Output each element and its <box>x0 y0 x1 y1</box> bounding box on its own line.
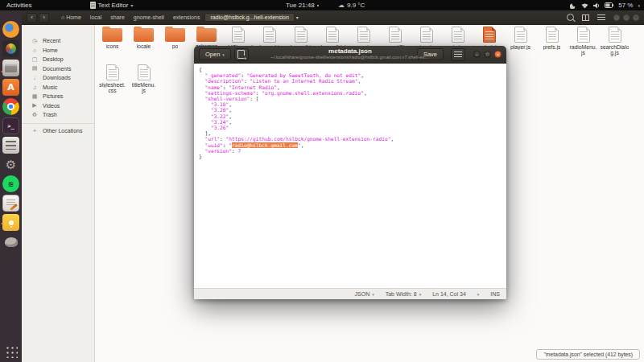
breadcrumb-item[interactable]: radio@hslbck.g...hell-extension <box>204 13 294 22</box>
editor-text[interactable]: { "_generated": "Generated by SweetTooth… <box>194 64 506 288</box>
minimize-button[interactable]: − <box>613 14 620 21</box>
text-editor-icon[interactable] <box>2 195 19 212</box>
file-icon <box>326 27 339 43</box>
sidebar-item-trash[interactable]: ♻Trash <box>22 110 94 120</box>
editor-menu-button[interactable] <box>451 48 465 61</box>
terminal-icon[interactable]: >_ <box>2 117 19 134</box>
search-icon[interactable] <box>567 14 574 21</box>
breadcrumb-item[interactable]: gnome-shell <box>130 13 168 22</box>
hamburger-menu-icon[interactable] <box>597 14 605 20</box>
chevron-down-icon: ▾ <box>419 292 422 297</box>
folder-item[interactable]: po <box>159 26 191 56</box>
sidebar-item-desktop[interactable]: ▢Desktop <box>22 55 94 64</box>
home-icon: ⌂ <box>31 47 38 53</box>
file-label: titleMenu. <box>132 82 155 88</box>
folder-item[interactable]: locale <box>128 26 159 56</box>
app-menu[interactable]: Text Editor ▾ <box>90 2 134 9</box>
system-status-area[interactable]: 57 % ▾ <box>570 0 640 10</box>
files-icon[interactable] <box>2 60 19 76</box>
window-title: metadata.json <box>270 47 430 55</box>
file-icon <box>609 27 621 43</box>
file-label: player.js <box>510 44 530 50</box>
recent-icon: ◷ <box>31 38 38 44</box>
chrome-icon[interactable] <box>2 98 19 115</box>
sidebar-item-music[interactable]: ♫Music <box>22 83 94 93</box>
sidebar-item-pictures[interactable]: ▦Pictures <box>22 92 94 101</box>
gimp-icon[interactable] <box>2 233 19 250</box>
breadcrumb-item[interactable]: local <box>86 13 105 22</box>
ubuntu-software-icon[interactable]: A <box>2 79 19 96</box>
code-line: "3.20", <box>199 107 502 113</box>
sidebar-item-label: Videos <box>43 103 60 109</box>
breadcrumb-item[interactable]: extensions <box>169 13 204 22</box>
file-label: radioMenu. <box>569 44 597 50</box>
file-icon <box>546 27 559 43</box>
tab-width-selector[interactable]: Tab Width: 8 ▾ <box>386 291 421 297</box>
code-line: "name": "Internet Radio", <box>199 84 502 90</box>
save-button[interactable]: Save <box>417 48 444 60</box>
show-applications-button[interactable] <box>4 344 18 358</box>
file-label: g.js <box>610 50 619 56</box>
file-item[interactable]: player.js <box>505 26 536 56</box>
spotify-icon[interactable]: ≋ <box>2 175 19 192</box>
media-player-icon[interactable] <box>2 40 19 57</box>
file-icon <box>483 27 496 43</box>
editor-header[interactable]: Open ▾ metadata.json ~/.local/share/gnom… <box>194 46 506 64</box>
sidebar-item-other-locations[interactable]: + Other Locations <box>22 126 94 136</box>
chevron-down-icon: ▾ <box>372 292 374 297</box>
sidebar-item-label: Recent <box>43 38 60 43</box>
sidebar-item-recent[interactable]: ◷Recent <box>22 36 94 46</box>
sidebar-item-videos[interactable]: ▶Videos <box>22 101 94 111</box>
sidebar-item-home[interactable]: ⌂Home <box>22 46 94 56</box>
language-selector[interactable]: JSON ▾ <box>355 291 374 297</box>
cloud-icon: ☁ <box>338 2 345 9</box>
close-button[interactable]: × <box>633 14 639 21</box>
file-grid-row-2: stylesheet.csstitleMenu.js <box>97 64 159 94</box>
close-button[interactable]: × <box>494 51 502 58</box>
sidebar-list: ◷Recent⌂Home▢Desktop▤Documents↓Downloads… <box>22 36 94 120</box>
forward-button[interactable]: › <box>39 13 49 23</box>
clock[interactable]: Tue 21:48 <box>286 0 319 10</box>
hamburger-menu-icon <box>454 51 462 57</box>
settings-gear-icon[interactable]: ⚙ <box>2 156 19 173</box>
file-item[interactable]: prefs.js <box>536 26 568 56</box>
sidebar-item-label: Downloads <box>43 75 71 80</box>
breadcrumb: ⌂ Homelocalsharegnome-shellextensionsrad… <box>57 13 295 22</box>
notes-icon[interactable] <box>2 214 19 231</box>
maximize-button[interactable]: □ <box>623 14 630 21</box>
file-item[interactable]: stylesheet.css <box>97 64 128 94</box>
breadcrumb-item[interactable]: share <box>106 13 129 22</box>
file-item[interactable]: searchDialog.js <box>599 26 630 56</box>
sidebar-item-downloads[interactable]: ↓Downloads <box>22 73 94 83</box>
tweaks-icon[interactable] <box>2 137 19 154</box>
activities-button[interactable]: Activities <box>6 2 32 9</box>
open-button-label: Open <box>205 51 220 58</box>
weather-indicator[interactable]: ☁ 9.9 °C <box>338 0 365 10</box>
back-button[interactable]: ‹ <box>27 13 37 23</box>
music-icon: ♫ <box>31 84 38 90</box>
cursor-position[interactable]: Ln 14, Col 34 <box>432 291 466 297</box>
top-bar: Activities Text Editor ▾ Tue 21:48 ☁ 9.9… <box>0 0 644 10</box>
firefox-icon[interactable] <box>2 21 19 38</box>
files-header: ‹ › ⌂ Homelocalsharegnome-shellextension… <box>22 10 644 25</box>
minimize-button[interactable]: − <box>473 51 481 58</box>
code-line: "settings-schema": "org.gnome.shell.exte… <box>199 90 502 96</box>
view-toggle-icon[interactable] <box>582 14 589 21</box>
wifi-icon <box>581 2 588 9</box>
path-menu-icon[interactable]: ▾ <box>296 14 299 20</box>
new-document-icon <box>237 50 245 59</box>
breadcrumb-item[interactable]: ⌂ Home <box>57 13 85 22</box>
goto-line-icon[interactable]: ▾ <box>477 292 480 297</box>
new-document-button[interactable] <box>234 48 249 61</box>
folder-item[interactable]: icons <box>97 26 128 56</box>
file-item[interactable]: titleMenu.js <box>128 64 159 94</box>
sidebar-item-label: Home <box>43 47 58 53</box>
file-icon <box>452 27 464 43</box>
insert-mode-indicator[interactable]: INS <box>490 291 500 297</box>
file-item[interactable]: radioMenu.js <box>568 26 599 56</box>
open-button[interactable]: Open ▾ <box>199 48 231 60</box>
editor-statusbar: JSON ▾ Tab Width: 8 ▾ Ln 14, Col 34 ▾ IN… <box>194 288 506 299</box>
maximize-button[interactable]: □ <box>484 51 491 58</box>
sidebar-item-documents[interactable]: ▤Documents <box>22 64 94 74</box>
file-icon <box>357 27 370 43</box>
